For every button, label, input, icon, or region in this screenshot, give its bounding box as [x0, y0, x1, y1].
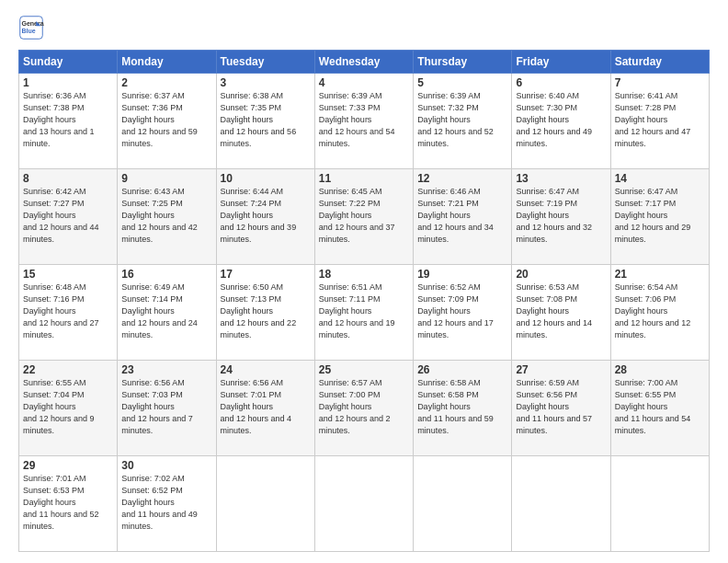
cell-info: Sunrise: 6:47 AMSunset: 7:17 PMDaylight … [615, 186, 705, 246]
calendar-cell: 21 Sunrise: 6:54 AMSunset: 7:06 PMDaylig… [610, 265, 709, 361]
calendar-cell: 24 Sunrise: 6:56 AMSunset: 7:01 PMDaylig… [216, 361, 314, 456]
cell-info: Sunrise: 6:47 AMSunset: 7:19 PMDaylight … [516, 186, 606, 246]
day-number: 22 [23, 363, 113, 376]
calendar-cell: 15 Sunrise: 6:48 AMSunset: 7:16 PMDaylig… [19, 265, 118, 361]
day-number: 20 [516, 268, 606, 281]
day-number: 12 [417, 172, 507, 185]
day-header-sunday: Sunday [19, 51, 118, 74]
calendar-cell: 13 Sunrise: 6:47 AMSunset: 7:19 PMDaylig… [512, 169, 610, 265]
calendar-cell: 11 Sunrise: 6:45 AMSunset: 7:22 PMDaylig… [314, 169, 413, 265]
day-number: 16 [121, 268, 211, 281]
cell-info: Sunrise: 6:58 AMSunset: 6:58 PMDaylight … [417, 377, 507, 437]
calendar-cell: 6 Sunrise: 6:40 AMSunset: 7:30 PMDayligh… [512, 74, 610, 169]
logo-icon: General Blue [18, 15, 44, 40]
cell-info: Sunrise: 6:55 AMSunset: 7:04 PMDaylight … [23, 377, 113, 437]
cell-info: Sunrise: 6:39 AMSunset: 7:32 PMDaylight … [417, 90, 507, 150]
cell-info: Sunrise: 6:43 AMSunset: 7:25 PMDaylight … [121, 186, 211, 246]
day-header-wednesday: Wednesday [314, 51, 413, 74]
calendar-cell: 12 Sunrise: 6:46 AMSunset: 7:21 PMDaylig… [414, 169, 512, 265]
calendar-cell [610, 456, 709, 552]
day-number: 18 [319, 268, 409, 281]
cell-info: Sunrise: 6:45 AMSunset: 7:22 PMDaylight … [319, 186, 409, 246]
cell-info: Sunrise: 6:46 AMSunset: 7:21 PMDaylight … [417, 186, 507, 246]
day-number: 24 [221, 363, 311, 376]
cell-info: Sunrise: 6:56 AMSunset: 7:03 PMDaylight … [121, 377, 211, 437]
day-number: 14 [615, 172, 705, 185]
calendar-cell: 1 Sunrise: 6:36 AMSunset: 7:38 PMDayligh… [19, 74, 118, 169]
day-number: 8 [23, 172, 113, 185]
day-number: 10 [221, 172, 311, 185]
day-number: 15 [23, 268, 113, 281]
day-header-monday: Monday [118, 51, 216, 74]
calendar-cell: 30 Sunrise: 7:02 AMSunset: 6:52 PMDaylig… [118, 456, 216, 552]
calendar-cell: 22 Sunrise: 6:55 AMSunset: 7:04 PMDaylig… [19, 361, 118, 456]
calendar-cell: 23 Sunrise: 6:56 AMSunset: 7:03 PMDaylig… [118, 361, 216, 456]
cell-info: Sunrise: 6:48 AMSunset: 7:16 PMDaylight … [23, 282, 113, 341]
day-number: 6 [516, 76, 606, 89]
header: General Blue [18, 15, 710, 40]
calendar-cell: 3 Sunrise: 6:38 AMSunset: 7:35 PMDayligh… [216, 74, 314, 169]
day-number: 21 [615, 268, 705, 281]
cell-info: Sunrise: 7:02 AMSunset: 6:52 PMDaylight … [121, 473, 211, 533]
calendar-cell [512, 456, 610, 552]
calendar-cell: 16 Sunrise: 6:49 AMSunset: 7:14 PMDaylig… [118, 265, 216, 361]
cell-info: Sunrise: 6:37 AMSunset: 7:36 PMDaylight … [121, 90, 211, 150]
day-number: 23 [121, 363, 211, 376]
cell-info: Sunrise: 7:00 AMSunset: 6:55 PMDaylight … [615, 377, 705, 437]
calendar-cell: 10 Sunrise: 6:44 AMSunset: 7:24 PMDaylig… [216, 169, 314, 265]
day-number: 11 [319, 172, 409, 185]
calendar-cell: 20 Sunrise: 6:53 AMSunset: 7:08 PMDaylig… [512, 265, 610, 361]
cell-info: Sunrise: 6:53 AMSunset: 7:08 PMDaylight … [516, 282, 606, 341]
calendar-cell: 28 Sunrise: 7:00 AMSunset: 6:55 PMDaylig… [610, 361, 709, 456]
cell-info: Sunrise: 6:39 AMSunset: 7:33 PMDaylight … [319, 90, 409, 150]
day-number: 27 [516, 363, 606, 376]
calendar-cell: 18 Sunrise: 6:51 AMSunset: 7:11 PMDaylig… [314, 265, 413, 361]
cell-info: Sunrise: 6:56 AMSunset: 7:01 PMDaylight … [221, 377, 311, 437]
day-number: 5 [417, 76, 507, 89]
day-number: 2 [121, 76, 211, 89]
day-number: 4 [319, 76, 409, 89]
day-header-friday: Friday [512, 51, 610, 74]
day-number: 30 [121, 459, 211, 472]
calendar-cell: 5 Sunrise: 6:39 AMSunset: 7:32 PMDayligh… [414, 74, 512, 169]
calendar-cell [314, 456, 413, 552]
day-number: 1 [23, 76, 113, 89]
calendar-cell: 17 Sunrise: 6:50 AMSunset: 7:13 PMDaylig… [216, 265, 314, 361]
calendar-cell: 19 Sunrise: 6:52 AMSunset: 7:09 PMDaylig… [414, 265, 512, 361]
cell-info: Sunrise: 6:41 AMSunset: 7:28 PMDaylight … [615, 90, 705, 150]
logo: General Blue [18, 15, 48, 40]
svg-text:Blue: Blue [22, 28, 36, 34]
calendar-cell [414, 456, 512, 552]
day-header-saturday: Saturday [610, 51, 709, 74]
day-number: 7 [615, 76, 705, 89]
calendar-cell: 8 Sunrise: 6:42 AMSunset: 7:27 PMDayligh… [19, 169, 118, 265]
cell-info: Sunrise: 6:51 AMSunset: 7:11 PMDaylight … [319, 282, 409, 341]
day-number: 19 [417, 268, 507, 281]
calendar-cell: 27 Sunrise: 6:59 AMSunset: 6:56 PMDaylig… [512, 361, 610, 456]
day-number: 25 [319, 363, 409, 376]
day-number: 28 [615, 363, 705, 376]
calendar-table: SundayMondayTuesdayWednesdayThursdayFrid… [18, 50, 710, 552]
cell-info: Sunrise: 6:49 AMSunset: 7:14 PMDaylight … [121, 282, 211, 341]
calendar-cell: 9 Sunrise: 6:43 AMSunset: 7:25 PMDayligh… [118, 169, 216, 265]
page: General Blue SundayMondayTuesdayWednesda… [0, 0, 728, 563]
calendar-cell [216, 456, 314, 552]
day-header-thursday: Thursday [414, 51, 512, 74]
day-number: 13 [516, 172, 606, 185]
cell-info: Sunrise: 6:40 AMSunset: 7:30 PMDaylight … [516, 90, 606, 150]
calendar-cell: 2 Sunrise: 6:37 AMSunset: 7:36 PMDayligh… [118, 74, 216, 169]
day-number: 17 [221, 268, 311, 281]
cell-info: Sunrise: 6:59 AMSunset: 6:56 PMDaylight … [516, 377, 606, 437]
cell-info: Sunrise: 6:54 AMSunset: 7:06 PMDaylight … [615, 282, 705, 341]
cell-info: Sunrise: 6:44 AMSunset: 7:24 PMDaylight … [221, 186, 311, 246]
calendar-cell: 4 Sunrise: 6:39 AMSunset: 7:33 PMDayligh… [314, 74, 413, 169]
calendar-cell: 14 Sunrise: 6:47 AMSunset: 7:17 PMDaylig… [610, 169, 709, 265]
calendar-cell: 29 Sunrise: 7:01 AMSunset: 6:53 PMDaylig… [19, 456, 118, 552]
calendar-header-row: SundayMondayTuesdayWednesdayThursdayFrid… [19, 51, 710, 74]
day-number: 26 [417, 363, 507, 376]
day-number: 9 [121, 172, 211, 185]
calendar-cell: 7 Sunrise: 6:41 AMSunset: 7:28 PMDayligh… [610, 74, 709, 169]
calendar-cell: 26 Sunrise: 6:58 AMSunset: 6:58 PMDaylig… [414, 361, 512, 456]
cell-info: Sunrise: 6:57 AMSunset: 7:00 PMDaylight … [319, 377, 409, 437]
cell-info: Sunrise: 7:01 AMSunset: 6:53 PMDaylight … [23, 473, 113, 533]
